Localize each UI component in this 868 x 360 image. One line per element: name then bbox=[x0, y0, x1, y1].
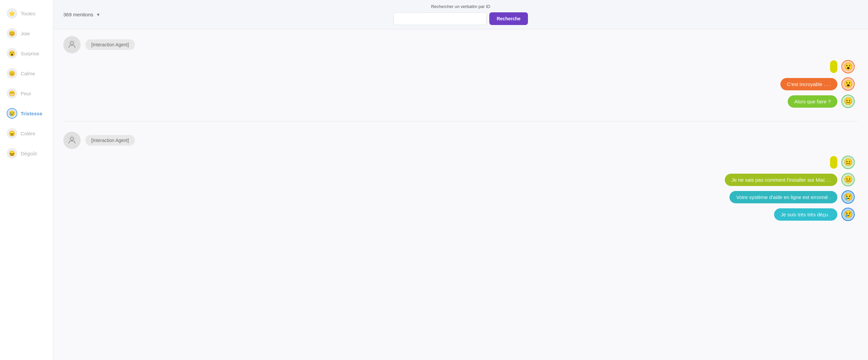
search-row: Recherche bbox=[393, 12, 528, 25]
sidebar-item-degout[interactable]: 😖Dégoût bbox=[0, 143, 53, 163]
sentiment-emoji-top-conv2: 😐 bbox=[841, 156, 855, 169]
emoji-conv1-0: 😮 bbox=[841, 77, 855, 91]
agent-badge-conv1: [Interaction Agent] bbox=[85, 39, 135, 50]
sidebar-item-tristesse[interactable]: 😢Tristesse bbox=[0, 103, 53, 123]
agent-row-conv2: [Interaction Agent] bbox=[63, 132, 858, 149]
calme-icon: 😐 bbox=[7, 68, 17, 79]
search-input[interactable] bbox=[393, 12, 487, 25]
surprise-icon: 😮 bbox=[7, 48, 17, 59]
conversation-conv2: [Interaction Agent]😐Je ne sais pas comme… bbox=[63, 132, 858, 221]
message-row-conv2-2: Je suis très très déçu .😢 bbox=[774, 208, 855, 221]
bubble-conv2-2[interactable]: Je suis très très déçu . bbox=[774, 208, 837, 221]
sidebar-item-colere[interactable]: 😠Colère bbox=[0, 123, 53, 143]
sidebar-item-surprise[interactable]: 😮Surprise bbox=[0, 43, 53, 63]
message-row-conv2-0: Je ne sais pas comment l'installer sur M… bbox=[725, 173, 855, 186]
message-row-conv2-1: Votre système d'aide en ligne est erronn… bbox=[730, 190, 855, 204]
message-row-conv1-1: Alors que faire ?😐 bbox=[788, 95, 855, 108]
colere-icon: 😠 bbox=[7, 128, 17, 139]
sentiment-emoji-top-conv1: 😮 bbox=[841, 60, 855, 73]
svg-point-0 bbox=[70, 42, 73, 45]
agent-avatar-conv1 bbox=[63, 36, 81, 53]
bubble-conv2-0[interactable]: Je ne sais pas comment l'installer sur M… bbox=[725, 174, 837, 186]
sidebar-label-tristesse: Tristesse bbox=[21, 111, 42, 116]
bubble-conv1-1[interactable]: Alors que faire ? bbox=[788, 95, 837, 108]
sidebar-item-peur[interactable]: 😬Peur bbox=[0, 83, 53, 103]
degout-icon: 😖 bbox=[7, 148, 17, 159]
dot-emoji-row-conv1: 😮 bbox=[830, 60, 855, 73]
main-area: 369 mentions ▼ Rechercher un verbatim pa… bbox=[53, 0, 868, 360]
dot-emoji-row-conv2: 😐 bbox=[830, 156, 855, 169]
bubble-conv1-0[interactable]: C'est incroyable . . . bbox=[780, 78, 837, 90]
agent-avatar-conv2 bbox=[63, 132, 81, 149]
messages-area-conv1: 😮C'est incroyable . . .😮Alors que faire … bbox=[63, 60, 858, 108]
sidebar-label-toutes: Toutes bbox=[21, 11, 35, 16]
emoji-conv2-0: 😐 bbox=[841, 173, 855, 186]
toutes-icon: ⭐ bbox=[7, 8, 17, 19]
filter-icon[interactable]: ▼ bbox=[96, 12, 101, 17]
joie-icon: 😊 bbox=[7, 28, 17, 39]
message-row-conv1-0: C'est incroyable . . .😮 bbox=[780, 77, 855, 91]
sentiment-dot-top-conv1 bbox=[830, 60, 837, 73]
conversation-conv1: [Interaction Agent]😮C'est incroyable . .… bbox=[63, 36, 858, 108]
content-area: [Interaction Agent]😮C'est incroyable . .… bbox=[53, 29, 868, 360]
messages-area-conv2: 😐Je ne sais pas comment l'installer sur … bbox=[63, 156, 858, 221]
sidebar-label-calme: Calme bbox=[21, 71, 35, 76]
sidebar-item-joie[interactable]: 😊Joie bbox=[0, 23, 53, 43]
sidebar-label-surprise: Surprise bbox=[21, 51, 39, 56]
emoji-conv2-2: 😢 bbox=[841, 208, 855, 221]
sidebar-label-degout: Dégoût bbox=[21, 151, 37, 156]
sidebar-label-joie: Joie bbox=[21, 31, 30, 36]
tristesse-icon: 😢 bbox=[7, 108, 17, 119]
agent-row-conv1: [Interaction Agent] bbox=[63, 36, 858, 53]
agent-badge-conv2: [Interaction Agent] bbox=[85, 135, 135, 146]
emoji-conv2-1: 😢 bbox=[841, 190, 855, 204]
search-button[interactable]: Recherche bbox=[489, 12, 528, 25]
sidebar-label-colere: Colère bbox=[21, 131, 35, 136]
topbar: 369 mentions ▼ Rechercher un verbatim pa… bbox=[53, 0, 868, 29]
sidebar-item-toutes[interactable]: ⭐Toutes bbox=[0, 3, 53, 23]
mentions-count-label: 369 mentions bbox=[63, 12, 93, 17]
bubble-conv2-1[interactable]: Votre système d'aide en ligne est erronn… bbox=[730, 191, 837, 203]
search-area: Rechercher un verbatim par ID Recherche bbox=[393, 4, 528, 25]
mentions-count: 369 mentions ▼ bbox=[63, 12, 101, 17]
search-label: Rechercher un verbatim par ID bbox=[431, 4, 490, 9]
sentiment-dot-top-conv2 bbox=[830, 156, 837, 169]
emoji-conv1-1: 😐 bbox=[841, 95, 855, 108]
sidebar-item-calme[interactable]: 😐Calme bbox=[0, 63, 53, 83]
peur-icon: 😬 bbox=[7, 88, 17, 99]
svg-point-2 bbox=[70, 137, 73, 140]
sidebar: ⭐Toutes😊Joie😮Surprise😐Calme😬Peur😢Tristes… bbox=[0, 0, 53, 360]
sidebar-label-peur: Peur bbox=[21, 91, 31, 96]
